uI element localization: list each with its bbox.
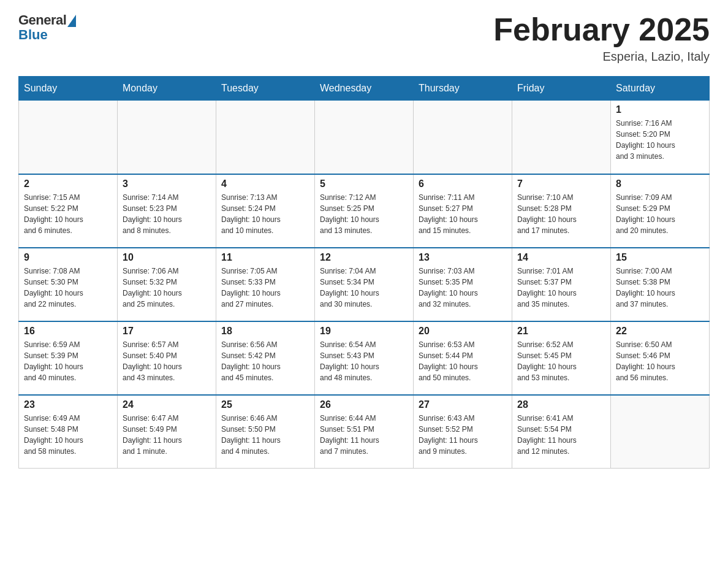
day-info: Sunrise: 7:13 AMSunset: 5:24 PMDaylight:… xyxy=(221,192,309,236)
weekday-header-monday: Monday xyxy=(118,77,216,101)
weekday-header-tuesday: Tuesday xyxy=(216,77,315,101)
day-info: Sunrise: 7:01 AMSunset: 5:37 PMDaylight:… xyxy=(517,266,605,310)
calendar-day-cell: 28Sunrise: 6:41 AMSunset: 5:54 PMDayligh… xyxy=(512,395,611,469)
weekday-header-saturday: Saturday xyxy=(611,77,710,101)
day-number: 18 xyxy=(221,326,309,337)
location: Esperia, Lazio, Italy xyxy=(493,50,710,64)
calendar-day-cell xyxy=(118,101,216,174)
weekday-header-sunday: Sunday xyxy=(19,77,118,101)
calendar-day-cell: 20Sunrise: 6:53 AMSunset: 5:44 PMDayligh… xyxy=(414,321,512,395)
day-info: Sunrise: 6:50 AMSunset: 5:46 PMDaylight:… xyxy=(616,339,704,383)
day-info: Sunrise: 7:10 AMSunset: 5:28 PMDaylight:… xyxy=(517,192,605,236)
calendar-day-cell: 15Sunrise: 7:00 AMSunset: 5:38 PMDayligh… xyxy=(611,248,710,321)
day-info: Sunrise: 7:03 AMSunset: 5:35 PMDaylight:… xyxy=(419,266,507,310)
day-info: Sunrise: 6:56 AMSunset: 5:42 PMDaylight:… xyxy=(221,339,309,383)
calendar-table: SundayMondayTuesdayWednesdayThursdayFrid… xyxy=(18,76,710,469)
calendar-day-cell: 23Sunrise: 6:49 AMSunset: 5:48 PMDayligh… xyxy=(19,395,118,469)
calendar-day-cell xyxy=(315,101,414,174)
day-info: Sunrise: 6:52 AMSunset: 5:45 PMDaylight:… xyxy=(517,339,605,383)
calendar-day-cell: 16Sunrise: 6:59 AMSunset: 5:39 PMDayligh… xyxy=(19,321,118,395)
calendar-week-row: 9Sunrise: 7:08 AMSunset: 5:30 PMDaylight… xyxy=(19,248,710,321)
calendar-day-cell xyxy=(216,101,315,174)
title-section: February 2025 Esperia, Lazio, Italy xyxy=(493,12,710,64)
day-info: Sunrise: 7:08 AMSunset: 5:30 PMDaylight:… xyxy=(24,266,112,310)
weekday-header-friday: Friday xyxy=(512,77,611,101)
calendar-day-cell: 22Sunrise: 6:50 AMSunset: 5:46 PMDayligh… xyxy=(611,321,710,395)
day-info: Sunrise: 7:06 AMSunset: 5:32 PMDaylight:… xyxy=(123,266,211,310)
day-number: 9 xyxy=(24,252,112,263)
day-number: 26 xyxy=(320,399,408,410)
day-info: Sunrise: 7:16 AMSunset: 5:20 PMDaylight:… xyxy=(616,118,704,162)
calendar-week-row: 16Sunrise: 6:59 AMSunset: 5:39 PMDayligh… xyxy=(19,321,710,395)
day-info: Sunrise: 7:15 AMSunset: 5:22 PMDaylight:… xyxy=(24,192,112,236)
day-number: 17 xyxy=(123,326,211,337)
calendar-day-cell: 11Sunrise: 7:05 AMSunset: 5:33 PMDayligh… xyxy=(216,248,315,321)
calendar-week-row: 2Sunrise: 7:15 AMSunset: 5:22 PMDaylight… xyxy=(19,174,710,248)
day-number: 4 xyxy=(221,178,309,190)
calendar-day-cell: 24Sunrise: 6:47 AMSunset: 5:49 PMDayligh… xyxy=(118,395,216,469)
calendar-day-cell: 5Sunrise: 7:12 AMSunset: 5:25 PMDaylight… xyxy=(315,174,414,248)
day-number: 10 xyxy=(123,252,211,263)
day-info: Sunrise: 6:44 AMSunset: 5:51 PMDaylight:… xyxy=(320,413,408,457)
day-number: 5 xyxy=(320,178,408,190)
day-number: 28 xyxy=(517,399,605,410)
day-info: Sunrise: 6:49 AMSunset: 5:48 PMDaylight:… xyxy=(24,413,112,457)
day-info: Sunrise: 7:09 AMSunset: 5:29 PMDaylight:… xyxy=(616,192,704,236)
day-number: 16 xyxy=(24,326,112,337)
day-number: 20 xyxy=(419,326,507,337)
day-number: 1 xyxy=(616,104,704,115)
day-info: Sunrise: 6:47 AMSunset: 5:49 PMDaylight:… xyxy=(123,413,211,457)
day-number: 3 xyxy=(123,178,211,190)
day-number: 8 xyxy=(616,178,704,190)
calendar-day-cell: 4Sunrise: 7:13 AMSunset: 5:24 PMDaylight… xyxy=(216,174,315,248)
calendar-day-cell: 13Sunrise: 7:03 AMSunset: 5:35 PMDayligh… xyxy=(414,248,512,321)
day-info: Sunrise: 7:14 AMSunset: 5:23 PMDaylight:… xyxy=(123,192,211,236)
calendar-day-cell: 21Sunrise: 6:52 AMSunset: 5:45 PMDayligh… xyxy=(512,321,611,395)
day-number: 24 xyxy=(123,399,211,410)
day-number: 13 xyxy=(419,252,507,263)
calendar-day-cell: 3Sunrise: 7:14 AMSunset: 5:23 PMDaylight… xyxy=(118,174,216,248)
day-number: 21 xyxy=(517,326,605,337)
calendar-day-cell xyxy=(611,395,710,469)
day-number: 6 xyxy=(419,178,507,190)
day-info: Sunrise: 7:04 AMSunset: 5:34 PMDaylight:… xyxy=(320,266,408,310)
calendar-day-cell: 8Sunrise: 7:09 AMSunset: 5:29 PMDaylight… xyxy=(611,174,710,248)
day-info: Sunrise: 6:43 AMSunset: 5:52 PMDaylight:… xyxy=(419,413,507,457)
day-info: Sunrise: 6:41 AMSunset: 5:54 PMDaylight:… xyxy=(517,413,605,457)
logo-blue-text: Blue xyxy=(18,27,48,43)
day-info: Sunrise: 6:54 AMSunset: 5:43 PMDaylight:… xyxy=(320,339,408,383)
day-info: Sunrise: 6:46 AMSunset: 5:50 PMDaylight:… xyxy=(221,413,309,457)
calendar-week-row: 23Sunrise: 6:49 AMSunset: 5:48 PMDayligh… xyxy=(19,395,710,469)
day-info: Sunrise: 6:53 AMSunset: 5:44 PMDaylight:… xyxy=(419,339,507,383)
day-info: Sunrise: 6:57 AMSunset: 5:40 PMDaylight:… xyxy=(123,339,211,383)
calendar-body: 1Sunrise: 7:16 AMSunset: 5:20 PMDaylight… xyxy=(19,101,710,469)
day-number: 22 xyxy=(616,326,704,337)
calendar-day-cell: 1Sunrise: 7:16 AMSunset: 5:20 PMDaylight… xyxy=(611,101,710,174)
calendar-day-cell: 27Sunrise: 6:43 AMSunset: 5:52 PMDayligh… xyxy=(414,395,512,469)
day-number: 7 xyxy=(517,178,605,190)
day-info: Sunrise: 7:05 AMSunset: 5:33 PMDaylight:… xyxy=(221,266,309,310)
day-info: Sunrise: 6:59 AMSunset: 5:39 PMDaylight:… xyxy=(24,339,112,383)
calendar-day-cell: 12Sunrise: 7:04 AMSunset: 5:34 PMDayligh… xyxy=(315,248,414,321)
day-info: Sunrise: 7:00 AMSunset: 5:38 PMDaylight:… xyxy=(616,266,704,310)
day-number: 2 xyxy=(24,178,112,190)
logo-triangle-icon xyxy=(67,15,76,27)
day-info: Sunrise: 7:12 AMSunset: 5:25 PMDaylight:… xyxy=(320,192,408,236)
day-number: 11 xyxy=(221,252,309,263)
calendar-day-cell: 10Sunrise: 7:06 AMSunset: 5:32 PMDayligh… xyxy=(118,248,216,321)
month-title: February 2025 xyxy=(493,12,710,47)
calendar-day-cell: 17Sunrise: 6:57 AMSunset: 5:40 PMDayligh… xyxy=(118,321,216,395)
day-number: 23 xyxy=(24,399,112,410)
calendar-day-cell: 2Sunrise: 7:15 AMSunset: 5:22 PMDaylight… xyxy=(19,174,118,248)
calendar-day-cell: 19Sunrise: 6:54 AMSunset: 5:43 PMDayligh… xyxy=(315,321,414,395)
logo: General Blue xyxy=(18,12,76,43)
day-number: 12 xyxy=(320,252,408,263)
weekday-header-thursday: Thursday xyxy=(414,77,512,101)
day-number: 14 xyxy=(517,252,605,263)
calendar-day-cell: 14Sunrise: 7:01 AMSunset: 5:37 PMDayligh… xyxy=(512,248,611,321)
day-number: 19 xyxy=(320,326,408,337)
calendar-day-cell: 7Sunrise: 7:10 AMSunset: 5:28 PMDaylight… xyxy=(512,174,611,248)
calendar-day-cell xyxy=(19,101,118,174)
calendar-day-cell: 6Sunrise: 7:11 AMSunset: 5:27 PMDaylight… xyxy=(414,174,512,248)
calendar-header: SundayMondayTuesdayWednesdayThursdayFrid… xyxy=(19,77,710,101)
